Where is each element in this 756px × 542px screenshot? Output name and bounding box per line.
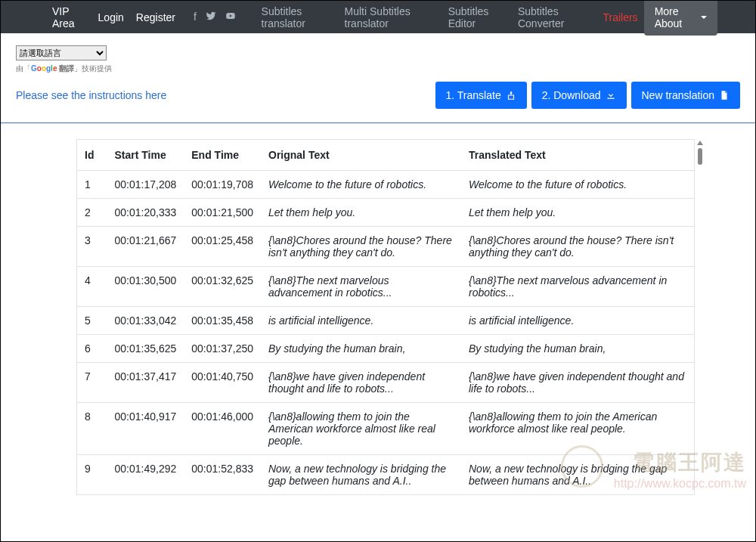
cell-id: 7 (77, 363, 107, 403)
cell-start: 00:01:21,667 (107, 227, 184, 267)
cell-translated: {\an8}allowing them to join the American… (461, 403, 695, 455)
cell-end: 00:01:21,500 (184, 199, 261, 227)
cell-id: 9 (77, 455, 107, 495)
cell-start: 00:01:37,417 (107, 363, 184, 403)
cell-translated: Welcome to the future of robotics. (461, 171, 695, 199)
cell-start: 00:01:33,042 (107, 307, 184, 335)
translate-button-label: 1. Translate (446, 89, 501, 101)
nav-more-about-label: More About (655, 5, 696, 29)
twitter-icon[interactable] (206, 11, 216, 23)
scroll-up-icon (697, 141, 703, 145)
cell-translated: Now, a new technology is bridging the ga… (461, 455, 695, 495)
file-icon (719, 90, 730, 101)
cell-translated: {\an8}we have given independent thought … (461, 363, 695, 403)
new-translation-button-label: New translation (642, 89, 715, 101)
col-start-header: Start Time (107, 140, 184, 171)
cell-end: 00:01:37,250 (184, 335, 261, 363)
cell-translated: By studying the human brain, (461, 335, 695, 363)
cell-translated: is artificial intelligence. (461, 307, 695, 335)
nav-subtitles-editor[interactable]: Subtitles Editor (442, 5, 512, 29)
action-row: Please see the instructions here 1. Tran… (1, 79, 755, 122)
nav-more-about-dropdown[interactable]: More About (644, 0, 717, 36)
translate-icon (506, 90, 516, 101)
cell-end: 00:01:40,750 (184, 363, 261, 403)
table-row[interactable]: 200:01:20,33300:01:21,500Let them help y… (77, 199, 695, 227)
cell-id: 8 (77, 403, 107, 455)
cell-end: 00:01:46,000 (184, 403, 261, 455)
new-translation-button[interactable]: New translation (631, 82, 741, 109)
cell-start: 00:01:40,917 (107, 403, 184, 455)
scroll-thumb[interactable] (698, 148, 702, 165)
table-row[interactable]: 100:01:17,20800:01:19,708Welcome to the … (77, 171, 695, 199)
subtitles-table: Id Start Time End Time Orignal Text Tran… (76, 139, 695, 495)
col-end-header: End Time (184, 140, 261, 171)
cell-original: Let them help you. (261, 199, 461, 227)
cell-id: 6 (77, 335, 107, 363)
table-row[interactable]: 800:01:40,91700:01:46,000{\an8}allowing … (77, 403, 695, 455)
cell-id: 3 (77, 227, 107, 267)
cell-original: By studying the human brain, (261, 335, 461, 363)
scrollbar[interactable] (696, 141, 704, 165)
download-button[interactable]: 2. Download (531, 82, 627, 109)
cell-id: 5 (77, 307, 107, 335)
nav-multi-subtitles-translator[interactable]: Multi Subtitles translator (339, 5, 442, 29)
cell-original: {\an8}allowing them to join the American… (261, 403, 461, 455)
cell-id: 4 (77, 267, 107, 307)
nav-vip-area[interactable]: VIP Area (46, 5, 92, 29)
col-id-header: Id (77, 140, 107, 171)
nav-register[interactable]: Register (130, 11, 181, 23)
social-icons: f (181, 11, 248, 23)
table-row[interactable]: 600:01:35,62500:01:37,250By studying the… (77, 335, 695, 363)
col-translated-header: Translated Text (461, 140, 695, 171)
cell-start: 00:01:49,292 (107, 455, 184, 495)
cell-original: Now, a new technology is bridging the ga… (261, 455, 461, 495)
cell-id: 2 (77, 199, 107, 227)
table-row[interactable]: 400:01:30,50000:01:32,625{\an8}The next … (77, 267, 695, 307)
cell-id: 1 (77, 171, 107, 199)
cell-start: 00:01:30,500 (107, 267, 184, 307)
cell-end: 00:01:19,708 (184, 171, 261, 199)
table-row[interactable]: 900:01:49,29200:01:52,833Now, a new tech… (77, 455, 695, 495)
youtube-icon[interactable] (225, 11, 236, 23)
cell-start: 00:01:35,625 (107, 335, 184, 363)
cell-end: 00:01:25,458 (184, 227, 261, 267)
cell-original: Welcome to the future of robotics. (261, 171, 461, 199)
table-header-row: Id Start Time End Time Orignal Text Tran… (77, 140, 695, 171)
cell-original: {\an8}Chores around the house? There isn… (261, 227, 461, 267)
nav-login[interactable]: Login (92, 11, 130, 23)
table-row[interactable]: 300:01:21,66700:01:25,458{\an8}Chores ar… (77, 227, 695, 267)
cell-original: {\an8}we have given independent thought … (261, 363, 461, 403)
translate-button[interactable]: 1. Translate (435, 82, 527, 109)
nav-subtitles-converter[interactable]: Subtitles Converter (512, 5, 596, 29)
google-translate-attribution: 由「Google 翻譯」技術提供 (16, 63, 740, 74)
cell-translated: Let them help you. (461, 199, 695, 227)
nav-subtitles-translator[interactable]: Subtitles translator (256, 5, 339, 29)
cell-original: {\an8}The next marvelous advancement in … (261, 267, 461, 307)
facebook-icon[interactable]: f (194, 11, 197, 23)
google-translate-widget: 請選取語言 由「Google 翻譯」技術提供 (1, 33, 755, 79)
download-button-label: 2. Download (542, 89, 601, 101)
top-navbar: VIP Area Login Register f Subtitles tran… (1, 1, 755, 33)
cell-original: is artificial intelligence. (261, 307, 461, 335)
cell-start: 00:01:17,208 (107, 171, 184, 199)
table-row[interactable]: 700:01:37,41700:01:40,750{\an8}we have g… (77, 363, 695, 403)
instructions-link[interactable]: Please see the instructions here (16, 89, 166, 101)
cell-end: 00:01:35,458 (184, 307, 261, 335)
cell-translated: {\an8}The next marvelous advancement in … (461, 267, 695, 307)
cell-end: 00:01:32,625 (184, 267, 261, 307)
cell-translated: {\an8}Chores around the house? There isn… (461, 227, 695, 267)
caret-down-icon (701, 16, 707, 19)
cell-end: 00:01:52,833 (184, 455, 261, 495)
language-select[interactable]: 請選取語言 (16, 45, 107, 60)
col-original-header: Orignal Text (261, 140, 461, 171)
cell-start: 00:01:20,333 (107, 199, 184, 227)
subtitles-table-wrap: Id Start Time End Time Orignal Text Tran… (1, 124, 755, 495)
table-row[interactable]: 500:01:33,04200:01:35,458is artificial i… (77, 307, 695, 335)
download-icon (606, 90, 616, 101)
nav-trailers[interactable]: Trailers (596, 11, 643, 23)
action-buttons: 1. Translate 2. Download New translation (435, 82, 740, 109)
